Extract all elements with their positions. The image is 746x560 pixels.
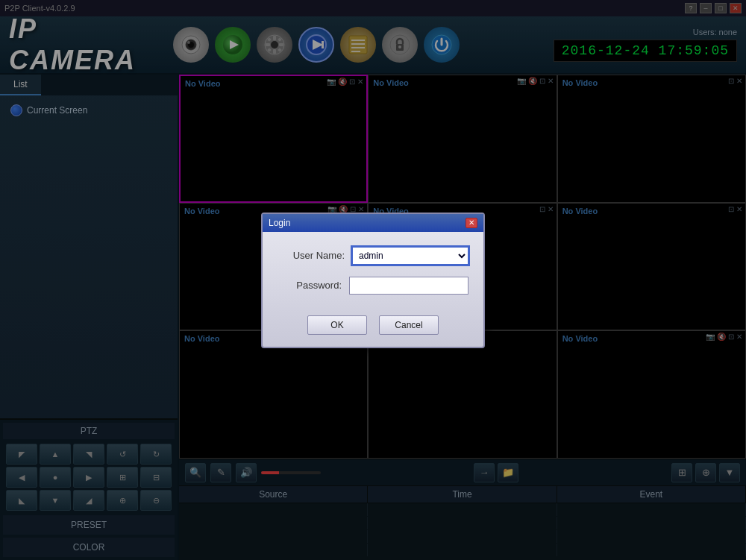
cancel-button[interactable]: Cancel [379,315,439,335]
username-select[interactable]: admin [352,247,468,265]
dialog-overlay: Login ✕ User Name: admin Password: OK Ca… [0,0,746,560]
dialog-titlebar: Login ✕ [263,214,483,232]
username-row: User Name: admin [278,247,468,265]
dialog-body: User Name: admin Password: [263,232,483,315]
login-dialog: Login ✕ User Name: admin Password: OK Ca… [261,213,485,348]
dialog-title: Login [269,218,290,228]
password-row: Password: [278,277,468,295]
dialog-buttons: OK Cancel [263,315,483,347]
dialog-close-button[interactable]: ✕ [466,218,477,228]
ok-button[interactable]: OK [307,315,367,335]
password-label: Password: [278,280,342,291]
username-label: User Name: [278,250,345,261]
password-input[interactable] [349,277,468,295]
